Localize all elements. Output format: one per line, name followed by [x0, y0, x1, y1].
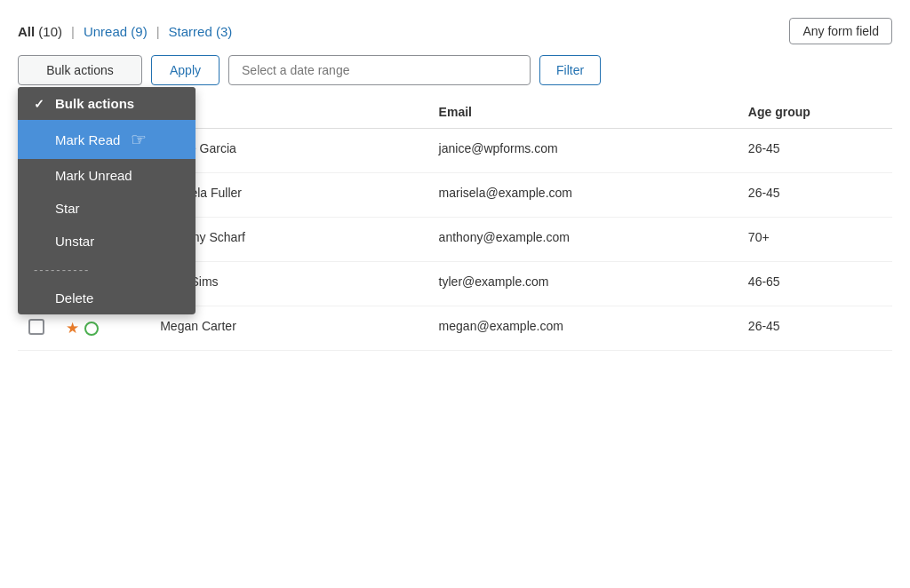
cell-email: megan@example.com	[428, 306, 738, 351]
check-placeholder-5	[34, 291, 48, 306]
tab-unread[interactable]: Unread (9)	[84, 24, 148, 39]
bulk-actions-wrapper: Bulk actions ✓ Bulk actions Mark Read ☞ …	[18, 55, 142, 85]
bulk-actions-button[interactable]: Bulk actions	[18, 55, 142, 85]
checkbox[interactable]	[28, 319, 44, 335]
dropdown-separator: ----------	[18, 258, 196, 282]
check-placeholder-3	[34, 202, 48, 216]
check-placeholder-4	[34, 234, 48, 249]
separator-2: |	[156, 24, 160, 39]
cell-age-group: 70+	[738, 218, 892, 262]
main-container: All (10) | Unread (9) | Starred (3) Any …	[0, 0, 910, 588]
col-age-group: Age group	[738, 96, 892, 129]
tab-all[interactable]: All (10)	[18, 24, 62, 39]
cell-email: marisela@example.com	[428, 173, 738, 218]
action-bar: Bulk actions ✓ Bulk actions Mark Read ☞ …	[18, 55, 892, 85]
cell-email: anthony@example.com	[428, 218, 738, 262]
dropdown-item-header[interactable]: ✓ Bulk actions	[18, 87, 196, 120]
dropdown-item-unstar[interactable]: Unstar	[18, 225, 196, 258]
cell-age-group: 26-45	[738, 129, 892, 173]
star-icon[interactable]: ★	[66, 319, 79, 338]
any-form-field-button[interactable]: Any form field	[789, 18, 892, 44]
tab-starred[interactable]: Starred (3)	[169, 24, 233, 39]
separator-1: |	[71, 24, 75, 39]
filter-top-bar: All (10) | Unread (9) | Starred (3) Any …	[18, 18, 892, 44]
filter-button[interactable]: Filter	[539, 55, 601, 85]
dropdown-item-mark-read[interactable]: Mark Read ☞	[18, 120, 196, 159]
bulk-actions-dropdown: ✓ Bulk actions Mark Read ☞ Mark Unread S…	[18, 87, 196, 314]
cell-age-group: 26-45	[738, 173, 892, 218]
cell-email: janice@wpforms.com	[428, 129, 738, 173]
check-placeholder-2	[34, 169, 48, 183]
check-placeholder	[34, 132, 48, 147]
date-range-input[interactable]	[228, 55, 531, 85]
apply-button[interactable]: Apply	[151, 55, 220, 85]
cell-age-group: 26-45	[738, 306, 892, 351]
filter-tabs: All (10) | Unread (9) | Starred (3)	[18, 24, 232, 39]
dropdown-item-star[interactable]: Star	[18, 192, 196, 225]
dropdown-item-mark-unread[interactable]: Mark Unread	[18, 159, 196, 192]
col-email: Email	[428, 96, 738, 129]
cursor-icon: ☞	[131, 129, 147, 150]
read-status-icon	[84, 322, 99, 336]
check-icon: ✓	[34, 97, 48, 111]
dropdown-item-delete[interactable]: Delete	[18, 282, 196, 314]
cell-age-group: 46-65	[738, 262, 892, 306]
cell-email: tyler@example.com	[428, 262, 738, 306]
